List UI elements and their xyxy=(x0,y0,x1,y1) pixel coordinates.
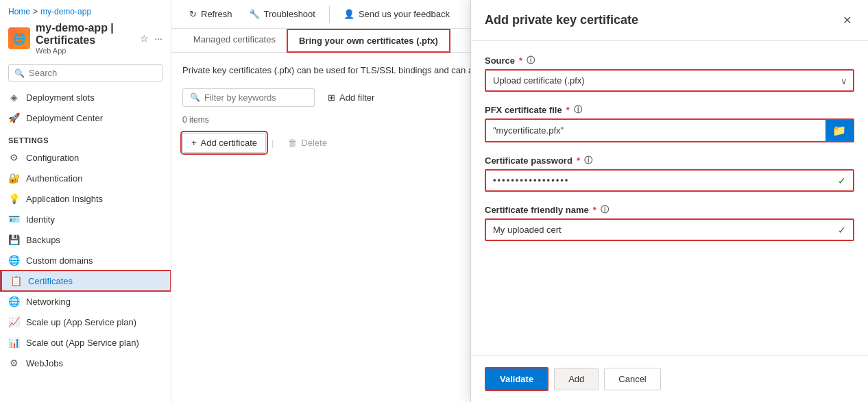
sidebar-label-scale-out: Scale out (App Service plan) xyxy=(26,338,139,348)
title-actions: ☆ ··· xyxy=(140,33,162,44)
favorite-icon[interactable]: ☆ xyxy=(140,33,149,44)
sidebar-item-backups[interactable]: 💾 Backups xyxy=(0,229,171,250)
sidebar-label-networking: Networking xyxy=(26,297,71,307)
friendly-name-check-icon: ✓ xyxy=(838,225,846,236)
application-insights-icon: 💡 xyxy=(8,193,19,204)
feedback-icon: 👤 xyxy=(343,9,354,19)
feedback-label: Send us your feedback xyxy=(359,9,450,19)
app-icon: 🌐 xyxy=(8,27,30,49)
tab-managed[interactable]: Managed certificates xyxy=(182,29,287,52)
breadcrumb-separator: > xyxy=(33,7,38,16)
panel-overlay: Add private key certificate ✕ Source * ⓘ… xyxy=(470,0,868,402)
filter-funnel-icon: ⊞ xyxy=(328,92,335,103)
sidebar-label-deployment-slots: Deployment slots xyxy=(26,92,95,103)
browse-icon: 📁 xyxy=(832,124,846,137)
action-separator: | xyxy=(272,138,274,148)
refresh-icon: ↻ xyxy=(189,9,197,19)
cert-password-wrapper: ✓ xyxy=(485,169,854,192)
scale-up-icon: 📈 xyxy=(8,316,19,327)
sidebar-nav: ◈ Deployment slots 🚀 Deployment Center S… xyxy=(0,87,171,402)
friendly-name-info-icon[interactable]: ⓘ xyxy=(601,204,609,216)
delete-button[interactable]: 🗑 Delete xyxy=(279,133,336,153)
sidebar-label-application-insights: Application Insights xyxy=(26,194,103,204)
app-title-text: my-demo-app | Certificates Web App xyxy=(36,22,134,55)
add-certificate-button[interactable]: + Add certificate xyxy=(182,133,266,153)
tab-own-certificates[interactable]: Bring your own certificates (.pfx) xyxy=(287,29,450,53)
plus-icon: + xyxy=(191,138,197,148)
friendly-name-input[interactable] xyxy=(486,220,853,240)
search-input[interactable] xyxy=(29,68,156,78)
panel-title: Add private key certificate xyxy=(485,13,638,27)
filter-icon: 🔍 xyxy=(190,92,200,102)
sidebar-item-authentication[interactable]: 🔐 Authentication xyxy=(0,168,171,188)
app-subtitle: Web App xyxy=(36,47,134,55)
toolbar-separator xyxy=(329,6,330,23)
friendly-name-wrapper: ✓ xyxy=(485,218,854,241)
source-info-icon[interactable]: ⓘ xyxy=(527,55,535,66)
cert-password-input[interactable] xyxy=(486,171,853,190)
sidebar-item-certificates[interactable]: 📋 Certificates xyxy=(0,271,171,291)
configuration-icon: ⚙ xyxy=(8,152,19,163)
cancel-button[interactable]: Cancel xyxy=(604,368,660,390)
breadcrumb-home[interactable]: Home xyxy=(8,7,30,16)
sidebar-item-scale-out[interactable]: 📊 Scale out (App Service plan) xyxy=(0,332,171,353)
panel-body: Source * ⓘ Upload certificate (.pfx)Impo… xyxy=(471,41,868,355)
panel-close-button[interactable]: ✕ xyxy=(840,11,854,29)
cert-password-required: * xyxy=(577,155,580,166)
source-required: * xyxy=(519,55,522,66)
sidebar-item-application-insights[interactable]: 💡 Application Insights xyxy=(0,188,171,209)
more-options-icon[interactable]: ··· xyxy=(154,33,162,44)
add-filter-label: Add filter xyxy=(339,92,374,103)
scale-out-icon: 📊 xyxy=(8,337,19,348)
pfx-file-info-icon[interactable]: ⓘ xyxy=(574,104,582,116)
add-filter-button[interactable]: ⊞ Add filter xyxy=(320,88,382,107)
sidebar-item-custom-domains[interactable]: 🌐 Custom domains xyxy=(0,250,171,271)
sidebar-label-configuration: Configuration xyxy=(26,153,79,163)
sidebar-item-configuration[interactable]: ⚙ Configuration xyxy=(0,147,171,168)
validate-button[interactable]: Validate xyxy=(485,367,548,391)
search-box[interactable]: 🔍 xyxy=(8,64,162,81)
source-select[interactable]: Upload certificate (.pfx)Import from Key… xyxy=(485,69,854,92)
troubleshoot-button[interactable]: 🔧 Troubleshoot xyxy=(242,5,322,23)
panel-header: Add private key certificate ✕ xyxy=(471,0,868,41)
sidebar: Home > my-demo-app 🌐 my-demo-app | Certi… xyxy=(0,0,171,402)
sidebar-label-certificates: Certificates xyxy=(28,276,73,286)
sidebar-label-backups: Backups xyxy=(26,235,60,245)
add-button[interactable]: Add xyxy=(554,368,599,390)
sidebar-label-custom-domains: Custom domains xyxy=(26,255,93,266)
cert-password-info-icon[interactable]: ⓘ xyxy=(584,155,592,166)
breadcrumb-app[interactable]: my-demo-app xyxy=(40,7,91,16)
custom-domains-icon: 🌐 xyxy=(8,255,19,266)
source-label-text: Source xyxy=(485,55,515,66)
sidebar-item-networking[interactable]: 🌐 Networking xyxy=(0,291,171,312)
sidebar-item-identity[interactable]: 🪪 Identity xyxy=(0,209,171,229)
refresh-label: Refresh xyxy=(201,9,232,19)
file-browse-button[interactable]: 📁 xyxy=(825,120,853,141)
sidebar-label-authentication: Authentication xyxy=(26,173,82,184)
source-label: Source * ⓘ xyxy=(485,55,854,66)
app-name: my-demo-app | Certificates xyxy=(36,22,134,47)
sidebar-label-webjobs: WebJobs xyxy=(26,358,63,368)
sidebar-label-identity: Identity xyxy=(26,214,55,225)
certificates-icon: 📋 xyxy=(10,275,21,286)
troubleshoot-label: Troubleshoot xyxy=(264,9,315,19)
pfx-file-form-group: PFX certificate file * ⓘ 📁 xyxy=(485,104,854,142)
add-cert-label: Add certificate xyxy=(201,138,257,148)
filter-input[interactable] xyxy=(204,92,307,103)
filter-input-wrapper[interactable]: 🔍 xyxy=(182,88,315,107)
cert-password-label-text: Certificate password xyxy=(485,155,572,166)
sidebar-item-scale-up[interactable]: 📈 Scale up (App Service plan) xyxy=(0,312,171,332)
webjobs-icon: ⚙ xyxy=(8,357,19,368)
pfx-file-input[interactable] xyxy=(486,120,825,141)
troubleshoot-icon: 🔧 xyxy=(249,9,260,19)
panel-footer: Validate Add Cancel xyxy=(471,355,868,402)
sidebar-item-deployment-slots[interactable]: ◈ Deployment slots xyxy=(0,87,171,108)
refresh-button[interactable]: ↻ Refresh xyxy=(182,5,239,23)
source-form-group: Source * ⓘ Upload certificate (.pfx)Impo… xyxy=(485,55,854,92)
friendly-name-label-text: Certificate friendly name xyxy=(485,205,589,215)
deployment-center-icon: 🚀 xyxy=(8,112,19,123)
sidebar-item-deployment-center[interactable]: 🚀 Deployment Center xyxy=(0,108,171,128)
friendly-name-form-group: Certificate friendly name * ⓘ ✓ xyxy=(485,204,854,241)
feedback-button[interactable]: 👤 Send us your feedback xyxy=(337,5,457,23)
sidebar-item-webjobs[interactable]: ⚙ WebJobs xyxy=(0,353,171,373)
